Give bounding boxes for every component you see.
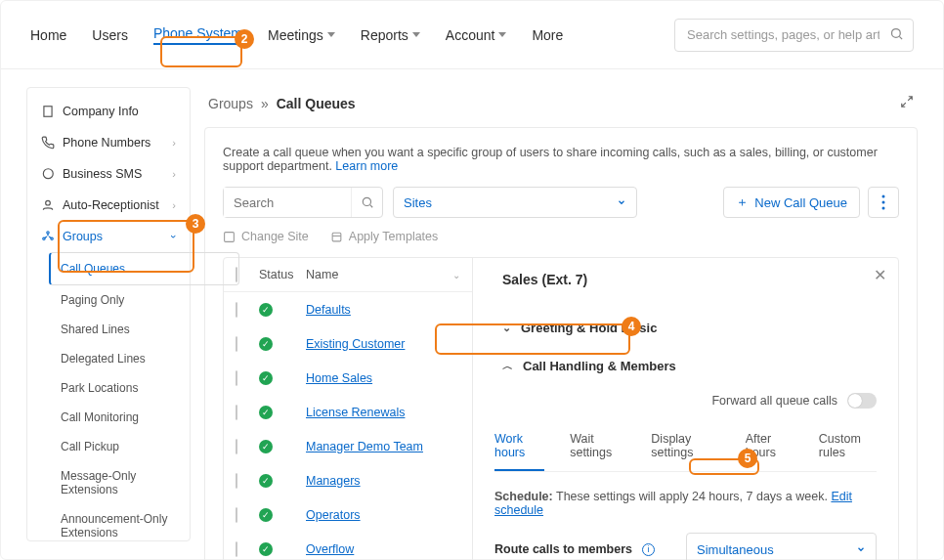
nav-reports[interactable]: Reports: [361, 27, 420, 43]
svg-point-13: [882, 207, 885, 210]
breadcrumb-current: Call Queues: [277, 96, 356, 111]
building-icon: [41, 105, 55, 118]
sidebar-item-auto-receptionist[interactable]: Auto-Receptionist›: [27, 190, 190, 221]
plus-icon: ＋: [736, 194, 749, 211]
table-row[interactable]: ✓Operators: [224, 497, 472, 532]
more-actions-button[interactable]: [868, 187, 899, 218]
chevron-up-icon: ︿: [502, 359, 513, 373]
search-icon[interactable]: [351, 188, 382, 217]
svg-point-5: [46, 200, 51, 205]
sidebar-item-company-info[interactable]: Company Info: [27, 96, 190, 127]
section-call-handling[interactable]: ︿ Call Handling & Members: [494, 347, 877, 385]
sort-icon: ⌄: [452, 270, 460, 280]
status-header[interactable]: Status: [259, 268, 306, 281]
sidebar-item-business-sms[interactable]: Business SMS›: [27, 158, 190, 190]
chevron-down-icon: [498, 32, 506, 37]
table-row[interactable]: ✓Managers: [224, 463, 472, 497]
row-checkbox[interactable]: [236, 541, 237, 557]
row-checkbox[interactable]: [236, 439, 237, 454]
sidebar-sub-call-pickup[interactable]: Call Pickup: [55, 432, 190, 461]
sidebar-sub-shared-lines[interactable]: Shared Lines: [55, 315, 190, 344]
svg-rect-15: [332, 233, 341, 241]
sites-dropdown[interactable]: Sites: [393, 187, 637, 218]
nav-users[interactable]: Users: [92, 27, 128, 43]
sidebar-sub-park-locations[interactable]: Park Locations: [55, 373, 190, 403]
row-checkbox[interactable]: [236, 405, 237, 420]
queue-name-link[interactable]: Overflow: [306, 542, 354, 556]
table-row[interactable]: ✓Existing Customer: [224, 326, 472, 361]
tab-work-hours[interactable]: Work hours: [494, 422, 544, 471]
row-checkbox[interactable]: [236, 370, 237, 386]
phone-icon: [41, 136, 55, 150]
queue-name-link[interactable]: Existing Customer: [306, 337, 405, 351]
tab-custom-rules[interactable]: Custom rules: [819, 422, 877, 471]
sidebar-sub-paging-only[interactable]: Paging Only: [55, 285, 190, 315]
annotation-4: 4: [622, 317, 641, 336]
global-search-input[interactable]: [674, 19, 914, 52]
queue-name-link[interactable]: Managers: [306, 474, 361, 488]
nav-meetings[interactable]: Meetings: [268, 27, 335, 43]
message-icon: [41, 167, 55, 181]
table-row[interactable]: ✓Manager Demo Team: [224, 429, 472, 463]
row-checkbox[interactable]: [236, 507, 237, 523]
status-ok-icon: ✓: [259, 440, 273, 453]
sidebar: Company Info Phone Numbers› Business SMS…: [26, 87, 191, 541]
close-icon[interactable]: ✕: [874, 266, 886, 284]
chevron-down-icon: [856, 542, 866, 557]
nav-more[interactable]: More: [532, 27, 563, 43]
chevron-down-icon: [617, 195, 626, 210]
sidebar-sub-message-only[interactable]: Message-Only Extensions: [55, 461, 190, 504]
route-label: Route calls to members: [494, 542, 632, 556]
schedule-text: These settings will apply 24 hours, 7 da…: [556, 490, 831, 503]
sidebar-sub-announcement-only[interactable]: Announcement-Only Extensions: [55, 504, 190, 547]
queue-name-link[interactable]: Operators: [306, 508, 361, 522]
learn-more-link[interactable]: Learn more: [335, 159, 398, 173]
section-greeting[interactable]: ⌄ Greeting & Hold Music: [494, 309, 877, 347]
sidebar-sub-call-monitoring[interactable]: Call Monitoring: [55, 403, 190, 432]
name-header[interactable]: Name⌄: [306, 268, 460, 281]
expand-icon[interactable]: [900, 95, 914, 111]
table-row[interactable]: ✓Defaults: [224, 292, 472, 326]
tab-wait-settings[interactable]: Wait settings: [570, 422, 625, 471]
route-select[interactable]: Simultaneous: [686, 533, 877, 560]
row-checkbox[interactable]: [236, 302, 237, 318]
table-row[interactable]: ✓Home Sales: [224, 361, 472, 395]
nav-account[interactable]: Account: [446, 27, 507, 43]
queue-name-link[interactable]: Defaults: [306, 303, 351, 317]
status-ok-icon: ✓: [259, 542, 273, 556]
svg-point-6: [47, 232, 49, 234]
status-ok-icon: ✓: [259, 337, 273, 351]
svg-point-0: [892, 28, 901, 37]
breadcrumb-groups[interactable]: Groups: [208, 96, 253, 111]
table-row[interactable]: ✓License Renewals: [224, 395, 472, 429]
queue-name-link[interactable]: Home Sales: [306, 371, 372, 385]
status-ok-icon: ✓: [259, 474, 273, 488]
table-row[interactable]: ✓Overflow: [224, 532, 472, 560]
sidebar-item-phone-numbers[interactable]: Phone Numbers›: [27, 127, 190, 158]
info-icon[interactable]: i: [642, 543, 655, 556]
new-call-queue-button[interactable]: ＋New Call Queue: [723, 187, 860, 218]
nav-home[interactable]: Home: [30, 27, 66, 43]
nav-phone-system[interactable]: Phone System: [153, 25, 242, 45]
row-checkbox[interactable]: [236, 473, 237, 489]
groups-icon: [41, 230, 55, 243]
svg-point-9: [363, 197, 370, 205]
sidebar-sub-call-queues[interactable]: Call Queues: [49, 252, 239, 285]
annotation-5: 5: [738, 449, 757, 468]
schedule-label: Schedule:: [494, 490, 553, 503]
chevron-right-icon: ›: [172, 199, 176, 211]
tab-display-settings[interactable]: Display settings: [651, 422, 719, 471]
status-ok-icon: ✓: [259, 406, 273, 419]
chevron-right-icon: ›: [172, 168, 176, 180]
forward-all-label: Forward all queue calls: [711, 394, 837, 408]
forward-all-toggle[interactable]: [847, 393, 877, 409]
queue-name-link[interactable]: Manager Demo Team: [306, 440, 423, 453]
queue-name-link[interactable]: License Renewals: [306, 406, 405, 419]
svg-rect-2: [44, 107, 52, 117]
headset-icon: [41, 198, 55, 212]
queue-search-input[interactable]: [224, 188, 351, 217]
sidebar-item-groups[interactable]: Groups›: [27, 221, 190, 252]
row-checkbox[interactable]: [236, 336, 237, 352]
sidebar-sub-delegated-lines[interactable]: Delegated Lines: [55, 344, 190, 373]
chevron-down-icon: [412, 32, 420, 37]
